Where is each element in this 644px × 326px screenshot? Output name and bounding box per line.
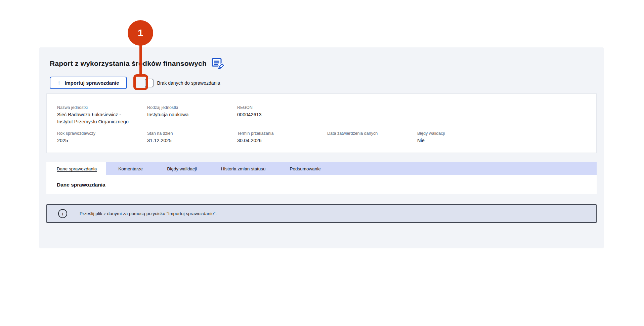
page-title: Raport z wykorzystania środków finansowy… bbox=[50, 59, 207, 68]
info-icon: i bbox=[58, 209, 67, 218]
field-value: 000042613 bbox=[237, 111, 318, 118]
field-label: Rodzaj jednostki bbox=[147, 105, 228, 110]
page-title-row: Raport z wykorzystania środków finansowy… bbox=[50, 57, 597, 70]
unit-info-row-1: Nazwa jednostki Sieć Badawcza Łukasiewic… bbox=[57, 105, 586, 125]
report-controls: ↑ Importuj sprawozdanie Brak danych do s… bbox=[50, 77, 597, 89]
field-bledy-walidacji: Błędy walidacji Nie bbox=[417, 131, 507, 144]
annotation-pointer-line bbox=[139, 44, 142, 76]
field-label: Nazwa jednostki bbox=[57, 105, 138, 110]
field-value: 31.12.2025 bbox=[147, 137, 228, 144]
report-tabs: Dane sprawozdania Komentarze Błędy walid… bbox=[46, 162, 597, 175]
field-value: Nie bbox=[417, 137, 498, 144]
tab-historia-zmian-statusu[interactable]: Historia zmian statusu bbox=[209, 162, 278, 175]
annotation-highlight-box bbox=[133, 74, 148, 90]
tab-label: Dane sprawozdania bbox=[57, 166, 97, 171]
field-label: Stan na dzień bbox=[147, 131, 228, 136]
field-rodzaj-jednostki: Rodzaj jednostki Instytucja naukowa bbox=[147, 105, 237, 125]
info-banner: i Prześlij plik z danymi za pomocą przyc… bbox=[46, 204, 597, 223]
tab-dane-sprawozdania[interactable]: Dane sprawozdania bbox=[46, 162, 106, 175]
import-report-button-label: Importuj sprawozdanie bbox=[65, 80, 119, 86]
field-label: REGON bbox=[237, 105, 318, 110]
field-value: Sieć Badawcza Łukasiewicz - Instytut Prz… bbox=[57, 111, 138, 125]
field-label: Błędy walidacji bbox=[417, 131, 498, 136]
field-label: Termin przekazania bbox=[237, 131, 318, 136]
tab-bledy-walidacji[interactable]: Błędy walidacji bbox=[155, 162, 209, 175]
field-value: Instytucja naukowa bbox=[147, 111, 228, 118]
section-heading: Dane sprawozdania bbox=[46, 175, 597, 194]
field-data-zatwierdzenia: Data zatwierdzenia danych – bbox=[327, 131, 417, 144]
import-report-button[interactable]: ↑ Importuj sprawozdanie bbox=[50, 77, 127, 89]
tab-label: Podsumowanie bbox=[290, 166, 320, 171]
tab-komentarze[interactable]: Komentarze bbox=[106, 162, 155, 175]
upload-arrow-icon: ↑ bbox=[57, 80, 61, 86]
field-value: 2025 bbox=[57, 137, 138, 144]
tab-label: Błędy walidacji bbox=[167, 166, 197, 171]
unit-info-row-2: Rok sprawozdawczy 2025 Stan na dzień 31.… bbox=[57, 131, 586, 144]
field-stan-na-dzien: Stan na dzień 31.12.2025 bbox=[147, 131, 237, 144]
edit-report-icon bbox=[211, 57, 225, 70]
tab-podsumowanie[interactable]: Podsumowanie bbox=[277, 162, 333, 175]
info-banner-text: Prześlij plik z danymi za pomocą przycis… bbox=[80, 211, 217, 216]
tab-label: Komentarze bbox=[118, 166, 143, 171]
field-rok-sprawozdawczy: Rok sprawozdawczy 2025 bbox=[57, 131, 147, 144]
field-label: Data zatwierdzenia danych bbox=[327, 131, 408, 136]
field-label: Rok sprawozdawczy bbox=[57, 131, 138, 136]
no-data-checkbox-label: Brak danych do sprawozdania bbox=[157, 80, 220, 86]
no-data-checkbox-row: Brak danych do sprawozdania bbox=[145, 79, 220, 87]
field-value: – bbox=[327, 137, 408, 144]
field-regon: REGON 000042613 bbox=[237, 105, 327, 125]
annotation-step-badge: 1 bbox=[128, 20, 153, 46]
field-nazwa-jednostki: Nazwa jednostki Sieć Badawcza Łukasiewic… bbox=[57, 105, 147, 125]
tab-content-panel: Dane sprawozdania bbox=[46, 175, 597, 194]
field-termin-przekazania: Termin przekazania 30.04.2026 bbox=[237, 131, 327, 144]
report-card: Raport z wykorzystania środków finansowy… bbox=[39, 47, 604, 248]
annotation-step-number: 1 bbox=[138, 28, 143, 39]
field-value: 30.04.2026 bbox=[237, 137, 318, 144]
unit-info-card: Nazwa jednostki Sieć Badawcza Łukasiewic… bbox=[46, 93, 597, 153]
tab-label: Historia zmian statusu bbox=[221, 166, 266, 171]
